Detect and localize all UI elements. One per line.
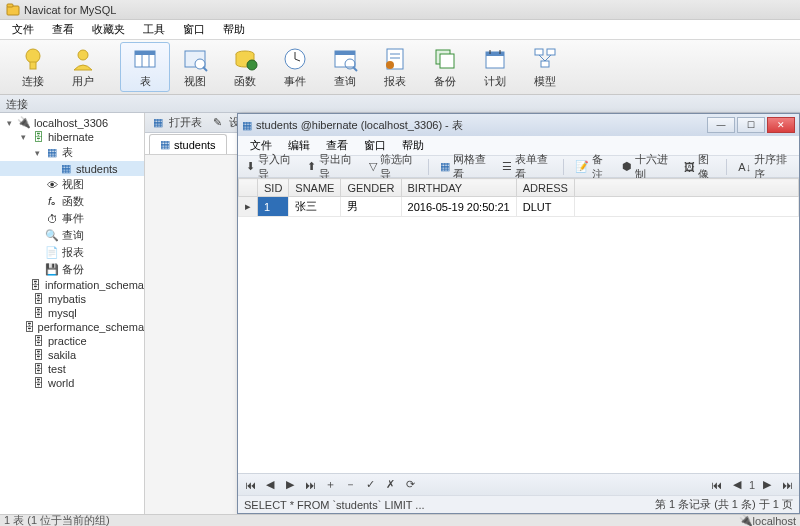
main-statusbar: 1 表 (1 位于当前的组) 🔌 localhost <box>0 514 800 526</box>
connection-tree[interactable]: ▾🔌localhost_3306 ▾🗄hibernate ▾▦表 ▦studen… <box>0 113 145 514</box>
col-sname[interactable]: SNAME <box>289 179 341 197</box>
col-sid[interactable]: SID <box>258 179 289 197</box>
svg-rect-3 <box>30 62 36 69</box>
table-data-window: ▦students @hibernate (localhost_3306) - … <box>237 113 800 514</box>
sidebar-header: 连接 <box>0 95 800 113</box>
svg-line-11 <box>203 67 207 71</box>
nav-commit[interactable]: ✓ <box>362 478 378 491</box>
status-left: 1 表 (1 位于当前的组) <box>4 513 110 526</box>
nav-last[interactable]: ⏭ <box>302 479 318 491</box>
tree-db[interactable]: 🗄performance_schema <box>0 320 144 334</box>
tree-table-students[interactable]: ▦students <box>0 161 144 176</box>
nav-page-next[interactable]: ▶ <box>759 478 775 491</box>
status-conn: localhost <box>753 515 796 527</box>
child-max-button[interactable]: ☐ <box>737 117 765 133</box>
nav-page-first[interactable]: ⏮ <box>709 479 725 491</box>
record-count: 第 1 条记录 (共 1 条) 于 1 页 <box>655 497 793 512</box>
data-grid[interactable]: SID SNAME GENDER BIRTHDAY ADRESS ▸ 1 张三 <box>238 178 799 473</box>
menu-file[interactable]: 文件 <box>4 20 42 39</box>
menu-favorites[interactable]: 收藏夹 <box>84 20 133 39</box>
tb-function[interactable]: 函数 <box>220 42 270 92</box>
svg-point-2 <box>26 49 40 63</box>
tree-backups[interactable]: 💾备份 <box>0 261 144 278</box>
record-navigator: ⏮ ◀ ▶ ⏭ ＋ － ✓ ✗ ⟳ ⏮ ◀ 1 ▶ ⏭ <box>238 473 799 495</box>
cell-birthday[interactable]: 2016-05-19 20:50:21 <box>401 197 516 217</box>
tb-report[interactable]: 报表 <box>370 42 420 92</box>
child-titlebar[interactable]: ▦students @hibernate (localhost_3306) - … <box>238 114 799 136</box>
main-toolbar: 连接 用户 表 视图 函数 事件 查询 报表 备份 计划 模型 <box>0 40 800 95</box>
tree-queries[interactable]: 🔍查询 <box>0 227 144 244</box>
cell-sname[interactable]: 张三 <box>289 197 341 217</box>
sql-text: SELECT * FROM `students` LIMIT ... <box>244 499 425 511</box>
status-conn-icon: 🔌 <box>739 514 753 526</box>
tree-db[interactable]: 🗄practice <box>0 334 144 348</box>
col-adress[interactable]: ADRESS <box>516 179 574 197</box>
nav-remove[interactable]: － <box>342 477 358 492</box>
nav-page-last[interactable]: ⏭ <box>779 479 795 491</box>
nav-add[interactable]: ＋ <box>322 477 338 492</box>
svg-rect-32 <box>547 49 555 55</box>
tree-db[interactable]: 🗄mysql <box>0 306 144 320</box>
app-title: Navicat for MySQL <box>24 4 116 16</box>
menu-help[interactable]: 帮助 <box>215 20 253 39</box>
tree-db[interactable]: 🗄information_schema <box>0 278 144 292</box>
tree-views[interactable]: 👁视图 <box>0 176 144 193</box>
child-statusbar: SELECT * FROM `students` LIMIT ... 第 1 条… <box>238 495 799 513</box>
table-row[interactable]: ▸ 1 张三 男 2016-05-19 20:50:21 DLUT <box>239 197 799 217</box>
btn-open-table[interactable]: ▦打开表 <box>149 114 206 131</box>
cell-adress[interactable]: DLUT <box>516 197 574 217</box>
app-titlebar: Navicat for MySQL <box>0 0 800 20</box>
cell-sid[interactable]: 1 <box>258 197 289 217</box>
nav-refresh[interactable]: ⟳ <box>402 478 418 491</box>
child-close-button[interactable]: ✕ <box>767 117 795 133</box>
tree-db-hibernate[interactable]: ▾🗄hibernate <box>0 130 144 144</box>
tab-students[interactable]: ▦students <box>149 134 227 154</box>
svg-rect-31 <box>535 49 543 55</box>
svg-line-20 <box>353 67 357 71</box>
child-min-button[interactable]: — <box>707 117 735 133</box>
menu-view[interactable]: 查看 <box>44 20 82 39</box>
center-panel: ▦打开表 ✎设计表 ▦新建表 ▦删除表 ⬇导入向导 ⬆导出向导 ▦student… <box>145 113 800 514</box>
svg-rect-1 <box>7 4 13 7</box>
tree-db[interactable]: 🗄sakila <box>0 348 144 362</box>
tb-connect[interactable]: 连接 <box>8 42 58 92</box>
cell-gender[interactable]: 男 <box>341 197 401 217</box>
tree-reports[interactable]: 📄报表 <box>0 244 144 261</box>
tree-db[interactable]: 🗄world <box>0 376 144 390</box>
nav-prev[interactable]: ◀ <box>262 478 278 491</box>
page-number: 1 <box>749 479 755 491</box>
tree-connection[interactable]: ▾🔌localhost_3306 <box>0 115 144 130</box>
row-indicator-icon: ▸ <box>239 197 258 217</box>
tree-tables[interactable]: ▾▦表 <box>0 144 144 161</box>
tb-table[interactable]: 表 <box>120 42 170 92</box>
svg-point-24 <box>386 61 394 69</box>
svg-rect-6 <box>135 51 155 55</box>
tb-event[interactable]: 事件 <box>270 42 320 92</box>
tb-plan[interactable]: 计划 <box>470 42 520 92</box>
col-gender[interactable]: GENDER <box>341 179 401 197</box>
nav-cancel[interactable]: ✗ <box>382 478 398 491</box>
svg-line-34 <box>539 55 545 61</box>
tb-model[interactable]: 模型 <box>520 42 570 92</box>
tb-view[interactable]: 视图 <box>170 42 220 92</box>
col-birthday[interactable]: BIRTHDAY <box>401 179 516 197</box>
svg-rect-28 <box>486 52 504 56</box>
child-toolbar: ⬇导入向导 ⬆导出向导 ▽筛选向导 ▦网格查看 ☰表单查看 📝备注 ⬢十六进制 … <box>238 156 799 178</box>
tb-query[interactable]: 查询 <box>320 42 370 92</box>
tree-db[interactable]: 🗄test <box>0 362 144 376</box>
nav-next[interactable]: ▶ <box>282 478 298 491</box>
child-title: students @hibernate (localhost_3306) - 表 <box>256 118 463 133</box>
tree-db[interactable]: 🗄mybatis <box>0 292 144 306</box>
tree-functions[interactable]: fₒ函数 <box>0 193 144 210</box>
menubar: 文件 查看 收藏夹 工具 窗口 帮助 <box>0 20 800 40</box>
tb-user[interactable]: 用户 <box>58 42 108 92</box>
svg-rect-18 <box>335 51 355 55</box>
tree-events[interactable]: ⏱事件 <box>0 210 144 227</box>
menu-tools[interactable]: 工具 <box>135 20 173 39</box>
svg-point-13 <box>247 60 257 70</box>
tb-backup[interactable]: 备份 <box>420 42 470 92</box>
svg-point-4 <box>78 50 88 60</box>
nav-page-prev[interactable]: ◀ <box>729 478 745 491</box>
nav-first[interactable]: ⏮ <box>242 479 258 491</box>
menu-window[interactable]: 窗口 <box>175 20 213 39</box>
